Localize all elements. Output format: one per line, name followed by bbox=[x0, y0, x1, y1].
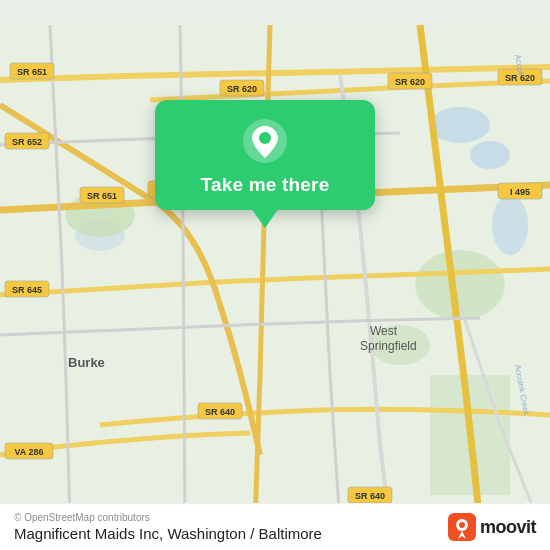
map-background: SR 651 SR 652 SR 620 SR 620 SR 620 SR 65… bbox=[0, 0, 550, 550]
svg-point-1 bbox=[430, 107, 490, 143]
svg-text:SR 652: SR 652 bbox=[12, 137, 42, 147]
moovit-text: moovit bbox=[480, 517, 536, 538]
map-attribution: © OpenStreetMap contributors bbox=[14, 512, 322, 523]
moovit-logo: moovit bbox=[448, 513, 536, 541]
map-container: SR 651 SR 652 SR 620 SR 620 SR 620 SR 65… bbox=[0, 0, 550, 550]
bottom-bar: © OpenStreetMap contributors Magnificent… bbox=[0, 503, 550, 550]
svg-text:SR 651: SR 651 bbox=[87, 191, 117, 201]
svg-text:SR 651: SR 651 bbox=[17, 67, 47, 77]
svg-text:Springfield: Springfield bbox=[360, 339, 417, 353]
svg-point-43 bbox=[459, 522, 465, 528]
svg-text:SR 640: SR 640 bbox=[355, 491, 385, 501]
svg-point-2 bbox=[470, 141, 510, 169]
bottom-left-info: © OpenStreetMap contributors Magnificent… bbox=[14, 512, 322, 542]
svg-text:I 495: I 495 bbox=[510, 187, 530, 197]
svg-point-40 bbox=[259, 132, 271, 144]
svg-text:West: West bbox=[370, 324, 398, 338]
svg-text:SR 645: SR 645 bbox=[12, 285, 42, 295]
place-name: Magnificent Maids Inc, Washington / Balt… bbox=[14, 525, 322, 542]
svg-text:SR 620: SR 620 bbox=[395, 77, 425, 87]
svg-point-3 bbox=[492, 195, 528, 255]
svg-text:SR 620: SR 620 bbox=[227, 84, 257, 94]
location-pin-icon bbox=[242, 118, 288, 164]
svg-text:SR 640: SR 640 bbox=[205, 407, 235, 417]
navigation-popup[interactable]: Take me there bbox=[155, 100, 375, 210]
moovit-icon bbox=[448, 513, 476, 541]
svg-text:Burke: Burke bbox=[68, 355, 105, 370]
popup-label: Take me there bbox=[201, 174, 330, 196]
svg-text:VA 286: VA 286 bbox=[14, 447, 43, 457]
